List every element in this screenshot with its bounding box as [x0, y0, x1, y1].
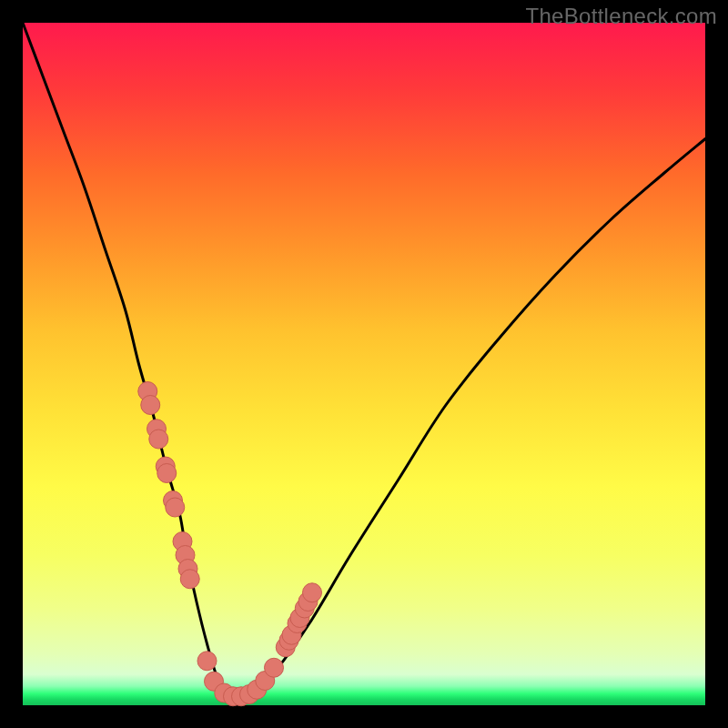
data-point [265, 658, 284, 677]
points-layer [138, 382, 322, 706]
data-point [149, 430, 168, 449]
plot-area [23, 23, 705, 705]
data-point [197, 652, 217, 671]
watermark-label: TheBottleneck.com [525, 4, 717, 29]
bottleneck-curve [23, 23, 705, 702]
data-point [157, 464, 177, 483]
data-point [180, 570, 199, 589]
data-point [303, 583, 322, 602]
curve-layer [23, 23, 705, 702]
chart-svg [23, 23, 705, 705]
data-point [141, 396, 160, 415]
chart-frame: TheBottleneck.com [0, 0, 728, 728]
data-point [166, 498, 185, 517]
